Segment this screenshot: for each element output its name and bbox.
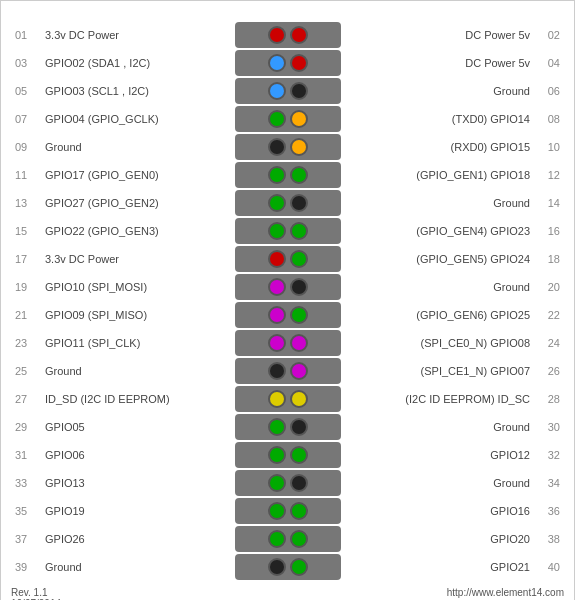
- pin-number-left: 39: [11, 553, 41, 581]
- pin-name-left: GPIO04 (GPIO_GCLK): [41, 105, 233, 133]
- pin-circle-left: [268, 390, 286, 408]
- table-row: 39GroundGPIO2140: [11, 553, 564, 581]
- pin-name-right: Ground: [343, 189, 535, 217]
- pin-circle-left: [268, 54, 286, 72]
- pin-connector: [233, 21, 343, 49]
- pin-circle-right: [290, 166, 308, 184]
- pin-connector: [233, 385, 343, 413]
- pin-connector: [233, 413, 343, 441]
- pin-number-left: 03: [11, 49, 41, 77]
- pin-circle-left: [268, 418, 286, 436]
- pin-number-left: 09: [11, 133, 41, 161]
- pin-name-right: GPIO12: [343, 441, 535, 469]
- pin-circle-left: [268, 558, 286, 576]
- pin-circle-right: [290, 446, 308, 464]
- pin-name-left: GPIO19: [41, 497, 233, 525]
- table-row: 013.3v DC PowerDC Power 5v02: [11, 21, 564, 49]
- pin-number-right: 38: [534, 525, 564, 553]
- pin-circle-left: [268, 166, 286, 184]
- pin-name-left: GPIO02 (SDA1 , I2C): [41, 49, 233, 77]
- table-row: 35GPIO19GPIO1636: [11, 497, 564, 525]
- pin-circle-left: [268, 530, 286, 548]
- pin-number-right: 18: [534, 245, 564, 273]
- pin-circle-left: [268, 138, 286, 156]
- pin-connector: [233, 469, 343, 497]
- pin-circle-left: [268, 474, 286, 492]
- pin-name-right: GPIO16: [343, 497, 535, 525]
- table-row: 15GPIO22 (GPIO_GEN3)(GPIO_GEN4) GPIO2316: [11, 217, 564, 245]
- pin-name-left: Ground: [41, 553, 233, 581]
- pin-number-right: 20: [534, 273, 564, 301]
- pin-number-right: 40: [534, 553, 564, 581]
- table-row: 13GPIO27 (GPIO_GEN2)Ground14: [11, 189, 564, 217]
- pin-circle-right: [290, 530, 308, 548]
- pin-circle-right: [290, 502, 308, 520]
- pin-number-right: 10: [534, 133, 564, 161]
- pin-number-right: 12: [534, 161, 564, 189]
- table-row: 33GPIO13Ground34: [11, 469, 564, 497]
- pin-circle-right: [290, 26, 308, 44]
- pin-circle-left: [268, 250, 286, 268]
- table-row: 03GPIO02 (SDA1 , I2C)DC Power 5v04: [11, 49, 564, 77]
- table-row: 19GPIO10 (SPI_MOSI)Ground20: [11, 273, 564, 301]
- pin-number-left: 33: [11, 469, 41, 497]
- pin-number-left: 29: [11, 413, 41, 441]
- pin-name-right: GPIO20: [343, 525, 535, 553]
- pin-name-left: GPIO06: [41, 441, 233, 469]
- pin-number-left: 37: [11, 525, 41, 553]
- pin-name-left: 3.3v DC Power: [41, 21, 233, 49]
- pin-number-left: 35: [11, 497, 41, 525]
- pin-connector: [233, 553, 343, 581]
- pin-connector: [233, 329, 343, 357]
- pin-circle-right: [290, 418, 308, 436]
- table-row: 07GPIO04 (GPIO_GCLK)(TXD0) GPIO1408: [11, 105, 564, 133]
- pin-name-right: (GPIO_GEN1) GPIO18: [343, 161, 535, 189]
- pin-circle-right: [290, 278, 308, 296]
- table-row: 27ID_SD (I2C ID EEPROM)(I2C ID EEPROM) I…: [11, 385, 564, 413]
- pin-circle-left: [268, 362, 286, 380]
- pin-connector: [233, 301, 343, 329]
- table-row: 21GPIO09 (SPI_MISO)(GPIO_GEN6) GPIO2522: [11, 301, 564, 329]
- table-row: 23GPIO11 (SPI_CLK)(SPI_CE0_N) GPIO0824: [11, 329, 564, 357]
- pin-circle-right: [290, 82, 308, 100]
- footer: Rev. 1.1 16/07/2014 http://www.element14…: [11, 587, 564, 600]
- pin-name-left: GPIO11 (SPI_CLK): [41, 329, 233, 357]
- pin-number-right: 08: [534, 105, 564, 133]
- pin-name-right: (RXD0) GPIO15: [343, 133, 535, 161]
- pin-name-left: GPIO09 (SPI_MISO): [41, 301, 233, 329]
- pin-circle-right: [290, 222, 308, 240]
- table-row: 05GPIO03 (SCL1 , I2C)Ground06: [11, 77, 564, 105]
- footer-left: Rev. 1.1 16/07/2014: [11, 587, 61, 600]
- pin-number-left: 05: [11, 77, 41, 105]
- pin-number-right: 22: [534, 301, 564, 329]
- pin-name-right: Ground: [343, 77, 535, 105]
- pin-connector: [233, 161, 343, 189]
- pin-number-left: 23: [11, 329, 41, 357]
- table-row: 11GPIO17 (GPIO_GEN0)(GPIO_GEN1) GPIO1812: [11, 161, 564, 189]
- pin-number-right: 16: [534, 217, 564, 245]
- pin-number-right: 26: [534, 357, 564, 385]
- pin-name-right: (GPIO_GEN6) GPIO25: [343, 301, 535, 329]
- pin-circle-right: [290, 334, 308, 352]
- pin-name-left: GPIO13: [41, 469, 233, 497]
- pin-name-left: GPIO10 (SPI_MOSI): [41, 273, 233, 301]
- pin-circle-left: [268, 194, 286, 212]
- pin-name-left: ID_SD (I2C ID EEPROM): [41, 385, 233, 413]
- pin-name-left: Ground: [41, 133, 233, 161]
- pin-circle-right: [290, 194, 308, 212]
- pin-number-left: 25: [11, 357, 41, 385]
- pin-connector: [233, 273, 343, 301]
- pin-circle-right: [290, 390, 308, 408]
- pin-circle-left: [268, 82, 286, 100]
- pin-circle-right: [290, 250, 308, 268]
- pin-name-left: GPIO22 (GPIO_GEN3): [41, 217, 233, 245]
- pin-circle-right: [290, 138, 308, 156]
- pin-number-left: 13: [11, 189, 41, 217]
- pin-circle-right: [290, 362, 308, 380]
- pin-number-left: 01: [11, 21, 41, 49]
- pin-circle-left: [268, 26, 286, 44]
- pin-circle-left: [268, 334, 286, 352]
- pin-circle-right: [290, 558, 308, 576]
- pin-table-container: 013.3v DC PowerDC Power 5v0203GPIO02 (SD…: [11, 19, 564, 581]
- pin-name-left: 3.3v DC Power: [41, 245, 233, 273]
